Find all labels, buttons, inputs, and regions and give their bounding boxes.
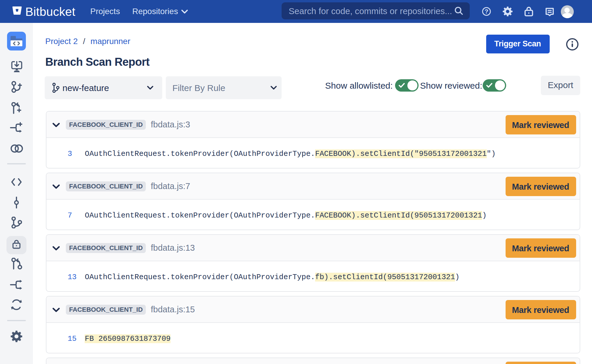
svg-text:?: ?: [484, 8, 488, 15]
